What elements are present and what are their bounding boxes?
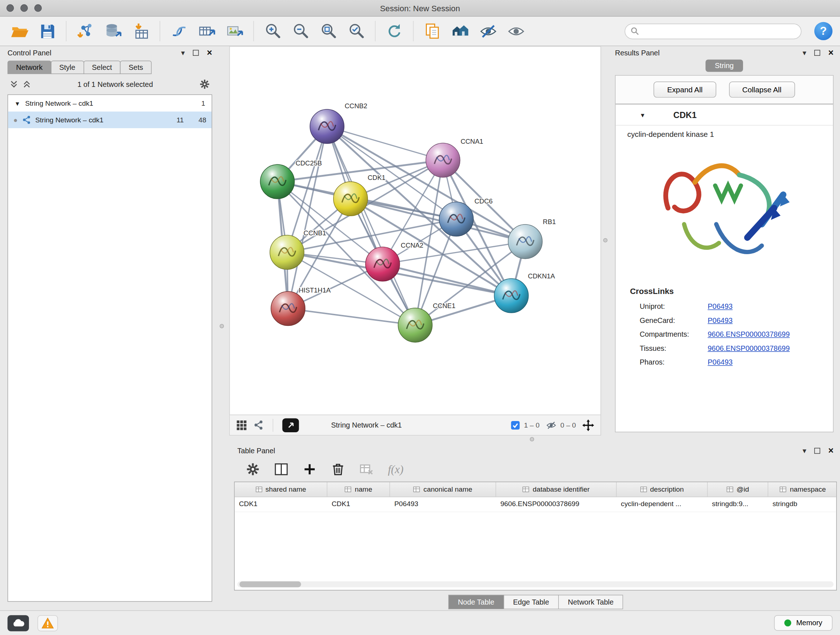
function-builder-icon[interactable]: f(x) xyxy=(388,463,403,476)
expand-all-button[interactable]: Expand All xyxy=(654,81,716,97)
pan-crosshair-icon[interactable] xyxy=(583,419,594,431)
open-session-button[interactable] xyxy=(8,19,31,43)
import-network-file-button[interactable] xyxy=(73,19,97,43)
column-header-shared-name[interactable]: shared name xyxy=(235,482,327,497)
zoom-selected-button[interactable] xyxy=(344,19,368,43)
panel-float-icon[interactable] xyxy=(193,50,199,55)
panel-menu-icon[interactable]: ▾ xyxy=(181,49,185,57)
protein-structure-image xyxy=(652,144,797,278)
tab-node-table[interactable]: Node Table xyxy=(448,595,504,609)
window-close-button[interactable] xyxy=(6,4,14,12)
warnings-button[interactable] xyxy=(38,615,58,631)
refresh-icon xyxy=(385,22,404,41)
network-collection-row[interactable]: ▼ String Network – cdk1 1 xyxy=(8,95,212,111)
crosslink-link[interactable]: P06493 xyxy=(707,358,733,366)
question-icon: ? xyxy=(820,25,827,38)
right-splitter-handle[interactable] xyxy=(603,238,607,242)
column-type-icon xyxy=(780,486,786,493)
annotation-button[interactable] xyxy=(420,19,444,43)
panel-float-icon[interactable] xyxy=(814,50,820,55)
memory-label: Memory xyxy=(796,619,822,627)
window-zoom-button[interactable] xyxy=(34,4,42,12)
tree-expand-icon[interactable]: ▼ xyxy=(14,100,20,106)
crosslink-link[interactable]: P06493 xyxy=(707,302,733,310)
left-splitter-handle[interactable] xyxy=(219,324,224,328)
memory-status-dot xyxy=(784,619,791,626)
import-table-button[interactable] xyxy=(129,19,153,43)
grid-view-icon[interactable] xyxy=(236,420,247,431)
hide-selected-button[interactable] xyxy=(476,19,500,43)
network-edge[interactable] xyxy=(327,126,415,325)
table-settings-gear-icon[interactable] xyxy=(246,462,260,477)
crosslink-link[interactable]: P06493 xyxy=(707,316,733,324)
cloud-button[interactable] xyxy=(8,615,29,631)
network-view-share-icon[interactable] xyxy=(253,420,264,430)
create-column-icon[interactable] xyxy=(274,462,288,477)
export-table-button[interactable] xyxy=(195,19,218,43)
help-button[interactable]: ? xyxy=(814,22,832,40)
new-network-from-selection-button[interactable] xyxy=(167,19,191,43)
toolbar-separator xyxy=(66,21,66,41)
panel-close-icon[interactable]: × xyxy=(829,446,834,455)
save-session-button[interactable] xyxy=(35,19,59,43)
column-header-name[interactable]: name xyxy=(327,482,390,497)
crosslink-link[interactable]: 9606.ENSP00000378699 xyxy=(707,330,790,338)
home-view-button[interactable] xyxy=(448,19,472,43)
refresh-button[interactable] xyxy=(382,19,406,43)
panel-float-icon[interactable] xyxy=(814,448,820,453)
export-image-button[interactable] xyxy=(223,19,246,43)
zoom-out-button[interactable] xyxy=(289,19,312,43)
table-horizontal-scrollbar[interactable] xyxy=(237,581,834,587)
table-row[interactable]: CDK1CDK1P064939606.ENSP00000378699cyclin… xyxy=(235,497,836,512)
network-row-selected[interactable]: ● String Network – cdk1 11 48 xyxy=(8,111,212,128)
column-header-namespace[interactable]: namespace xyxy=(768,482,837,497)
window-minimize-button[interactable] xyxy=(20,4,28,12)
column-type-icon xyxy=(345,486,352,493)
search-input[interactable] xyxy=(643,27,796,35)
zoom-fit-button[interactable] xyxy=(317,19,340,43)
network-edge[interactable] xyxy=(288,126,327,309)
table-cell: CDK1 xyxy=(235,497,327,511)
tab-network[interactable]: Network xyxy=(8,60,51,74)
column-header-canonical-name[interactable]: canonical name xyxy=(390,482,496,497)
expand-all-icon[interactable] xyxy=(22,80,31,89)
gear-icon[interactable] xyxy=(199,79,210,90)
delete-trash-icon[interactable] xyxy=(331,462,345,477)
collapse-all-icon[interactable] xyxy=(10,80,19,89)
panel-menu-icon[interactable]: ▾ xyxy=(802,49,806,57)
selected-count-group: 1 – 0 xyxy=(510,420,539,430)
crosslink-link[interactable]: 9606.ENSP00000378699 xyxy=(707,344,790,352)
tab-edge-table[interactable]: Edge Table xyxy=(504,595,559,609)
show-all-button[interactable] xyxy=(504,19,527,43)
gene-collapse-icon[interactable]: ▼ xyxy=(639,112,645,119)
table-cell: stringdb xyxy=(768,497,837,511)
panel-close-icon[interactable]: × xyxy=(829,48,834,57)
column-header--id[interactable]: @id xyxy=(707,482,768,497)
tab-string[interactable]: String xyxy=(706,59,743,72)
title-bar: Session: New Session xyxy=(0,0,840,17)
tab-network-table[interactable]: Network Table xyxy=(558,595,623,609)
tab-select[interactable]: Select xyxy=(83,60,120,74)
zoom-in-button[interactable] xyxy=(261,19,284,43)
crosslink-row: Compartments:9606.ENSP00000378699 xyxy=(616,327,833,341)
control-panel-tabs: NetworkStyleSelectSets xyxy=(8,60,212,74)
panel-close-icon[interactable]: × xyxy=(207,48,212,57)
hidden-eye-slash-icon[interactable] xyxy=(546,420,557,431)
network-tree: ▼ String Network – cdk1 1 ● String Netwo… xyxy=(8,95,212,602)
tab-sets[interactable]: Sets xyxy=(120,60,152,74)
gene-header-row[interactable]: ▼ CDK1 xyxy=(616,105,833,126)
collapse-all-button[interactable]: Collapse All xyxy=(729,81,795,97)
add-row-plus-icon[interactable] xyxy=(303,462,317,477)
network-canvas[interactable]: CCNB2CCNA1CDC25BCDK1CDC6RB1CCNB1CCNA2CDK… xyxy=(230,47,600,415)
bottom-splitter-handle[interactable] xyxy=(530,437,534,441)
import-network-database-button[interactable] xyxy=(101,19,125,43)
panel-menu-icon[interactable]: ▾ xyxy=(802,447,806,454)
memory-button[interactable]: Memory xyxy=(774,615,832,631)
column-header-database-identifier[interactable]: database identifier xyxy=(496,482,616,497)
network-edge[interactable] xyxy=(288,309,415,325)
selected-checkbox-icon[interactable] xyxy=(510,420,520,430)
scrollbar-thumb[interactable] xyxy=(240,581,301,587)
birdseye-view-button[interactable] xyxy=(282,418,299,432)
tab-style[interactable]: Style xyxy=(51,60,84,74)
column-header-description[interactable]: description xyxy=(616,482,707,497)
